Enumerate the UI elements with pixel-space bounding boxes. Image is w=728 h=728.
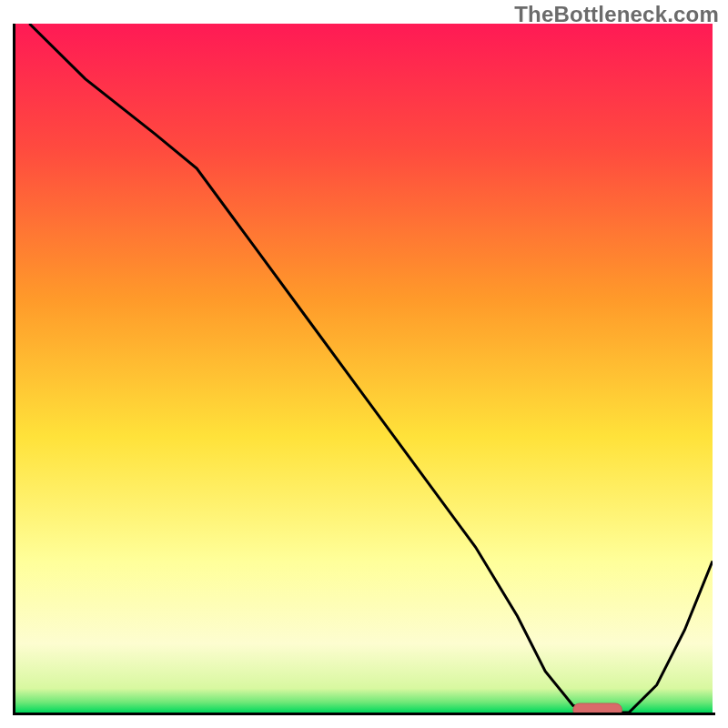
gradient-background [15,24,713,713]
optimal-range-marker [573,703,622,713]
plot-surface [15,24,713,713]
chart-container: TheBottleneck.com [0,0,728,728]
